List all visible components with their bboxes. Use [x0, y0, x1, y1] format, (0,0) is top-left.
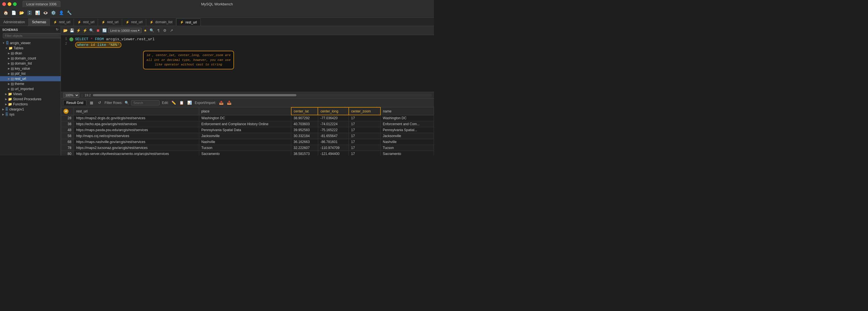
chevron-right-pbf: ▶: [8, 72, 10, 75]
cell-center-zoom: 17: [349, 139, 380, 145]
table-dl-icon: ▤: [11, 61, 14, 65]
col-place[interactable]: place: [199, 107, 291, 115]
grid-view-icon[interactable]: ▦: [89, 100, 94, 106]
chevron-right-kv: ▶: [8, 67, 10, 70]
settings-icon[interactable]: 🔧: [66, 9, 72, 16]
col-id[interactable]: id: [61, 107, 74, 115]
close-button[interactable]: [2, 2, 6, 6]
refresh-results-icon[interactable]: ↺: [97, 100, 102, 106]
export-icon[interactable]: 📤: [218, 100, 224, 106]
tab-query-domain[interactable]: ⚡ domain_list: [146, 19, 176, 26]
results-grid-tab[interactable]: Result Grid: [63, 100, 86, 105]
table-row[interactable]: 78 https://maps2.tucsonaz.gov/arcgis/res…: [61, 145, 434, 151]
save-icon[interactable]: 💾: [69, 28, 75, 33]
sidebar-item-rest-url[interactable]: ▶ ▤ rest_url: [0, 76, 61, 81]
tab-query-1[interactable]: ⚡ rest_url: [50, 19, 74, 26]
sidebar-item-views[interactable]: ▶ 📁 Views: [0, 92, 61, 97]
sidebar-item-arcgis-viewer[interactable]: ▼ 🗄 arcgis_viewer: [0, 40, 61, 45]
stop-icon[interactable]: ⏹: [95, 28, 101, 33]
tab-query-2[interactable]: ⚡ rest_url: [74, 19, 98, 26]
table-row[interactable]: 28 https://maps2.dcgis.dc.gov/dcgis/rest…: [61, 115, 434, 121]
schema-icon[interactable]: 🗄️: [26, 9, 33, 16]
explain-icon[interactable]: 🔍: [89, 28, 94, 33]
editor-area: 📂 💾 ⚡ ⚡ 🔍 ⏹ 🔄 Limit to 10000 rows ▾ ★ 🔍 …: [61, 26, 434, 156]
sidebar-refresh-icon[interactable]: ↻: [56, 28, 58, 31]
format-icon[interactable]: ¶: [156, 28, 161, 33]
table-row[interactable]: 80 http://gis-server.cityofwestsacrament…: [61, 151, 434, 156]
sql-editor[interactable]: 1 SELECT * FROM arcgis_viewer.rest_url 2…: [61, 35, 434, 92]
zoom-select[interactable]: 100%: [63, 93, 79, 98]
toggle-icon[interactable]: 🔄: [102, 28, 107, 33]
filter-rows-label: Filter Rows:: [104, 101, 122, 105]
table-row[interactable]: 48 https://maps.pasda.psu.edu/arcgis/res…: [61, 127, 434, 133]
filter-search-input[interactable]: [131, 100, 159, 105]
tab-query-active[interactable]: ⚡ rest_url: [176, 19, 200, 26]
col-center-zoom[interactable]: center_zoom: [349, 107, 380, 115]
table-row[interactable]: 58 http://maps.coj.net/coj/rest/services…: [61, 133, 434, 139]
table-ui-icon: ▤: [11, 87, 14, 91]
instance-tab[interactable]: Local instance 3306: [23, 1, 60, 7]
import-icon[interactable]: 📥: [226, 100, 232, 106]
sidebar-item-stored-procedures[interactable]: ▶ 📁 Stored Procedures: [0, 97, 61, 102]
new-query-icon[interactable]: 📄: [10, 9, 17, 16]
cell-rest-url: http://maps.coj.net/coj/rest/services: [74, 133, 199, 139]
search-query-icon[interactable]: 🔍: [149, 28, 155, 33]
maximize-button[interactable]: [13, 2, 17, 6]
tab-administration[interactable]: Administration: [0, 19, 29, 26]
col-center-long[interactable]: center_long: [318, 107, 348, 115]
fn-folder-icon: 📁: [8, 102, 12, 106]
export-query-icon[interactable]: ↗: [168, 28, 174, 33]
domain-list-label: domain_list: [15, 61, 32, 65]
horizontal-scrollbar[interactable]: [93, 94, 432, 96]
sidebar-item-url-imported[interactable]: ▶ ▤ url_imported: [0, 86, 61, 92]
edit-pencil-icon[interactable]: ✏️: [171, 100, 177, 106]
sidebar-item-cleargov1[interactable]: ▶ 🗄 cleargov1: [0, 107, 61, 112]
sidebar-item-domain-list[interactable]: ▶ ▤ domain_list: [0, 61, 61, 66]
minimize-button[interactable]: [8, 2, 11, 6]
data-table-wrap[interactable]: id rest_url place center_lat center_long…: [61, 107, 434, 156]
cell-place: Washington DC: [199, 115, 291, 121]
execute-current-icon[interactable]: ⚡: [82, 28, 88, 33]
sidebar-item-theme[interactable]: ▶ ▤ theme: [0, 81, 61, 86]
sidebar-item-tables[interactable]: ▼ 📁 Tables: [0, 45, 61, 51]
config-icon[interactable]: ⚙: [162, 28, 168, 33]
chevron-right-sp: ▶: [5, 98, 7, 100]
sidebar-item-pbf-list[interactable]: ▶ ▤ pbf_list: [0, 71, 61, 76]
filter-input[interactable]: [3, 33, 61, 38]
folder-open-icon[interactable]: 📂: [63, 28, 68, 33]
view-icon[interactable]: 👁️: [42, 9, 49, 16]
edit-row-icon[interactable]: 📋: [179, 100, 184, 106]
filter-search-icon: 🔍: [125, 101, 129, 105]
sys-label: sys: [9, 113, 14, 116]
traffic-lights: [2, 2, 17, 6]
col-name[interactable]: name: [380, 107, 434, 115]
star-icon[interactable]: ★: [143, 28, 148, 33]
user-icon[interactable]: 👤: [58, 9, 65, 16]
home-icon[interactable]: 🏠: [2, 9, 9, 16]
tab-query-4[interactable]: ⚡ rest_url: [122, 19, 146, 26]
table-row[interactable]: 38 https://echo.epa.gov/arcgis/rest/serv…: [61, 121, 434, 127]
proc-icon[interactable]: ⚙️: [50, 9, 57, 16]
sidebar-item-dkan[interactable]: ▶ ▤ dkan: [0, 51, 61, 56]
col-rest-url[interactable]: rest_url: [74, 107, 199, 115]
cell-rest-url: https://maps2.tucsonaz.gov/arcgis/rest/s…: [74, 145, 199, 151]
table-icon[interactable]: 📊: [34, 9, 41, 16]
results-toolbar: Result Grid ▦ ↺ Filter Rows: 🔍 Edit: ✏️ …: [61, 99, 434, 107]
open-icon[interactable]: 📂: [18, 9, 25, 16]
sidebar-item-domain-count[interactable]: ▶ ▤ domain_count: [0, 56, 61, 61]
lightning-icon-1: ⚡: [53, 21, 57, 24]
col-center-lat[interactable]: center_lat: [291, 107, 318, 115]
edit-table-icon[interactable]: 📊: [187, 100, 192, 106]
limit-select[interactable]: Limit to 10000 rows ▾: [108, 28, 142, 33]
cell-place: Jacksonville: [199, 133, 291, 139]
cell-id: 58: [61, 133, 74, 139]
sidebar-item-functions[interactable]: ▶ 📁 Functions: [0, 102, 61, 107]
sidebar-item-key-value[interactable]: ▶ ▤ key_value: [0, 66, 61, 71]
sidebar-item-sys[interactable]: ▶ 🗄 sys: [0, 112, 61, 117]
table-row[interactable]: 68 https://maps.nashville.gov/arcgis/res…: [61, 139, 434, 145]
tab-schemas[interactable]: Schemas: [29, 19, 50, 26]
tab-query-3[interactable]: ⚡ rest_url: [98, 19, 122, 26]
cell-rest-url: https://maps.nashville.gov/arcgis/rest/s…: [74, 139, 199, 145]
execute-icon[interactable]: ⚡: [75, 28, 81, 33]
cell-center-zoom: 17: [349, 127, 380, 133]
